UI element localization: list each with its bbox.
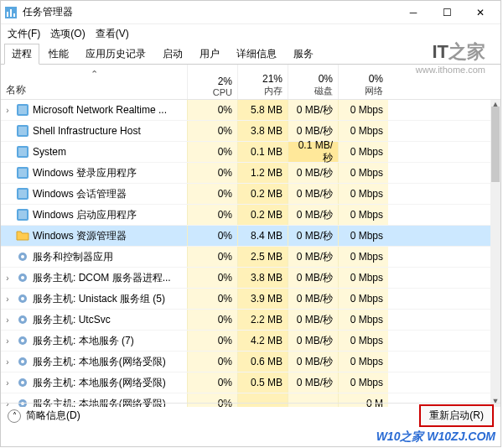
memory-cell: 0.2 MB [237,184,288,204]
process-row[interactable]: ›服务主机: DCOM 服务器进程...0%3.8 MB0 MB/秒0 Mbps [1,268,490,289]
fewer-details-label[interactable]: 简略信息(D) [26,409,80,423]
network-cell: 0 Mbps [338,163,388,183]
expand-icon[interactable]: › [3,357,13,367]
tab-performance[interactable]: 性能 [41,44,76,64]
process-row[interactable]: ›服务主机: 本地服务 (7)0%4.2 MB0 MB/秒0 Mbps [1,331,490,352]
menu-options[interactable]: 选项(O) [50,27,85,41]
scrollbar-thumb[interactable] [491,107,500,182]
process-icon [16,145,29,159]
process-icon [16,292,29,305]
expand-icon[interactable]: › [3,294,13,304]
cpu-cell: 0% [187,205,237,225]
process-row[interactable]: System0%0.1 MB0.1 MB/秒0 Mbps [1,142,490,163]
mem-percent: 21% [238,73,283,85]
memory-cell: 2.5 MB [237,247,288,267]
process-icon [16,166,29,180]
restart-button[interactable]: 重新启动(R) [419,404,494,427]
svg-rect-13 [18,190,27,198]
process-row[interactable]: ›服务主机: Unistack 服务组 (5)0%3.9 MB0 MB/秒0 M… [1,289,490,310]
titlebar: 任务管理器 ─ ☐ ✕ [1,1,500,24]
tab-app-history[interactable]: 应用历史记录 [78,44,153,64]
process-name: Shell Infrastructure Host [33,125,141,137]
sort-indicator-icon: ⌃ [6,69,182,80]
cpu-cell: 0% [187,268,237,288]
process-icon [16,271,29,284]
cpu-cell: 0% [187,331,237,351]
memory-cell: 3.9 MB [237,289,288,309]
process-row[interactable]: ›服务主机: UtcSvc0%2.2 MB0 MB/秒0 Mbps [1,310,490,331]
disk-cell: 0 MB/秒 [288,100,338,120]
column-header-network[interactable]: 0% 网络 [338,65,388,99]
cpu-cell: 0% [187,352,237,372]
memory-cell: 3.8 MB [237,268,288,288]
process-row[interactable]: Windows 资源管理器0%8.4 MB0 MB/秒0 Mbps [1,226,490,247]
disk-percent: 0% [288,73,333,85]
svg-rect-11 [18,169,27,177]
close-button[interactable]: ✕ [464,1,497,24]
maximize-button[interactable]: ☐ [430,1,464,24]
process-name: Windows 启动应用程序 [33,208,137,222]
cpu-cell: 0% [187,163,237,183]
process-name: 服务主机: 本地服务(网络受限) [33,355,166,369]
svg-point-27 [21,360,24,363]
disk-cell: 0 MB/秒 [288,352,338,372]
svg-point-21 [21,297,24,300]
disk-cell: 0 MB/秒 [288,372,338,393]
network-cell: 0 Mbps [338,372,388,393]
column-header-cpu[interactable]: 2% CPU [187,65,237,99]
network-cell: 0 Mbps [338,310,388,330]
tab-users[interactable]: 用户 [192,44,227,64]
network-cell: 0 Mbps [338,184,388,204]
process-row[interactable]: Windows 启动应用程序0%0.2 MB0 MB/秒0 Mbps [1,205,490,226]
process-row[interactable]: Windows 会话管理器0%0.2 MB0 MB/秒0 Mbps [1,184,490,205]
memory-cell: 4.2 MB [237,331,288,351]
column-name-label: 名称 [6,83,182,97]
expand-icon[interactable]: › [3,106,13,115]
process-name: Microsoft Network Realtime ... [33,104,167,116]
tab-details[interactable]: 详细信息 [229,44,284,64]
expand-icon[interactable]: › [3,315,13,325]
process-name: Windows 登录应用程序 [33,166,137,180]
process-name: System [33,146,66,158]
expand-icon[interactable]: › [3,336,13,346]
window-title: 任务管理器 [23,5,397,19]
column-header-disk[interactable]: 0% 磁盘 [288,65,338,99]
process-row[interactable]: ›Microsoft Network Realtime ...0%5.8 MB0… [1,100,490,121]
disk-label: 磁盘 [288,85,333,97]
process-row[interactable]: ›服务主机: 本地服务(网络受限)0%0.6 MB0 MB/秒0 Mbps [1,352,490,372]
expand-icon[interactable]: › [3,378,13,388]
vertical-scrollbar[interactable]: ▲ ▼ [490,100,500,407]
expand-icon[interactable]: › [3,273,13,283]
process-row[interactable]: ›服务主机: 本地服务(网络受限)0%0.5 MB0 MB/秒0 Mbps [1,372,490,393]
minimize-button[interactable]: ─ [397,1,430,24]
disk-cell: 0 MB/秒 [288,205,338,225]
process-row[interactable]: Windows 登录应用程序0%1.2 MB0 MB/秒0 Mbps [1,163,490,184]
process-row[interactable]: Shell Infrastructure Host0%3.8 MB0 MB/秒0… [1,121,490,142]
svg-rect-15 [18,211,27,219]
menu-file[interactable]: 文件(F) [8,27,40,41]
tab-startup[interactable]: 启动 [155,44,190,64]
network-cell: 0 Mbps [338,100,388,120]
process-icon [16,229,29,242]
column-header-name[interactable]: ⌃ 名称 [1,65,187,99]
process-name: 服务主机: 本地服务 (7) [33,334,134,348]
network-cell: 0 Mbps [338,331,388,351]
disk-cell: 0 MB/秒 [288,268,338,288]
tab-processes[interactable]: 进程 [4,44,39,65]
network-cell: 0 Mbps [338,226,388,246]
cpu-cell: 0% [187,100,237,120]
cpu-percent: 2% [188,76,232,87]
memory-cell: 2.2 MB [237,310,288,330]
disk-cell: 0 MB/秒 [288,163,338,183]
memory-cell: 1.2 MB [237,163,288,183]
cpu-cell: 0% [187,226,237,246]
svg-point-29 [21,381,24,384]
column-header-memory[interactable]: 21% 内存 [237,65,288,99]
memory-cell: 0.5 MB [237,372,288,393]
fewer-details-icon[interactable]: ˄ [8,409,21,423]
menu-view[interactable]: 查看(V) [96,27,129,41]
process-name: 服务主机: DCOM 服务器进程... [33,271,171,285]
network-cell: 0 Mbps [338,247,388,267]
tab-services[interactable]: 服务 [286,44,321,64]
process-row[interactable]: 服务和控制器应用0%2.5 MB0 MB/秒0 Mbps [1,247,490,268]
